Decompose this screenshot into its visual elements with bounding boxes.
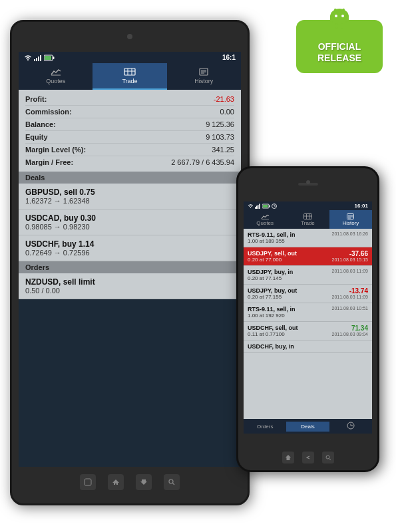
deals-section-header: Deals bbox=[19, 172, 241, 184]
svg-rect-44 bbox=[303, 213, 311, 219]
history-row-1[interactable]: USDJPY, sell, out 0.20 at 77.000 -37.66 … bbox=[244, 247, 372, 266]
phone-search-btn[interactable] bbox=[322, 452, 334, 464]
signal-icon bbox=[34, 55, 42, 61]
svg-rect-14 bbox=[38, 57, 39, 61]
stat-row-balance: Balance: 9 125.36 bbox=[25, 118, 234, 131]
phone-tab-history[interactable]: History bbox=[329, 210, 372, 229]
svg-rect-39 bbox=[269, 205, 270, 207]
history-row-2[interactable]: USDJPY, buy, in 0.20 at 77.145 2011.08.0… bbox=[244, 266, 372, 285]
tablet-screen: 16:1 Quotes bbox=[19, 52, 241, 467]
clock-icon bbox=[347, 422, 355, 430]
svg-rect-13 bbox=[36, 58, 37, 61]
svg-rect-34 bbox=[256, 205, 258, 209]
svg-rect-17 bbox=[45, 56, 51, 60]
tablet-search-btn[interactable] bbox=[164, 474, 180, 490]
phone-bottom-clock[interactable] bbox=[329, 420, 372, 433]
tablet-statusbar: 16:1 bbox=[19, 52, 241, 63]
stat-row-commission: Commission: 0.00 bbox=[25, 106, 234, 118]
history-row-6[interactable]: USDCHF, buy, in bbox=[244, 340, 372, 353]
phone-tab-quotes[interactable]: Quotes bbox=[244, 210, 286, 229]
phone-tabs: Quotes Trade bbox=[244, 210, 372, 229]
tablet-back-btn[interactable] bbox=[80, 474, 96, 490]
stat-row-margin-level: Margin Level (%): 341.25 bbox=[25, 144, 234, 156]
svg-line-57 bbox=[329, 459, 331, 461]
android-icon bbox=[326, 3, 353, 31]
orders-section-header: Orders bbox=[19, 261, 241, 273]
deal-row-gbpusd[interactable]: GBPUSD, sell 0.75 1.62372 → 1.62348 bbox=[19, 184, 241, 209]
tablet-camera bbox=[127, 34, 132, 39]
phone-time: 16:01 bbox=[355, 203, 368, 209]
phone-home-btn[interactable] bbox=[282, 452, 294, 464]
history-row-3[interactable]: USDJPY, buy, out 0.20 at 77.155 -13.74 2… bbox=[244, 285, 372, 303]
svg-rect-8 bbox=[335, 23, 338, 29]
svg-rect-36 bbox=[259, 203, 260, 209]
history-row-4[interactable]: RTS-9.11, sell, in 1.00 at 192 920 2011.… bbox=[244, 303, 372, 322]
tablet-menu-btn[interactable] bbox=[136, 474, 152, 490]
phone-tab-trade[interactable]: Trade bbox=[286, 210, 329, 229]
tablet-home-btn[interactable] bbox=[108, 474, 124, 490]
battery-icon bbox=[44, 55, 55, 61]
tab-history[interactable]: History bbox=[167, 63, 241, 90]
phone-device: 16:01 Quotes bbox=[236, 166, 379, 472]
badge-text: OFFICIAL RELEASE bbox=[317, 41, 361, 64]
phone-bottom-tabs: Orders Deals bbox=[244, 419, 372, 434]
tablet-status-left bbox=[24, 55, 55, 61]
phone-trade-icon bbox=[303, 213, 312, 219]
phone-camera bbox=[306, 180, 310, 184]
tablet-tabs: Quotes Trade bbox=[19, 63, 241, 90]
history-row-5[interactable]: USDCHF, sell, out 0.11 at 0.77100 71.34 … bbox=[244, 322, 372, 340]
official-release-badge: OFFICIAL RELEASE bbox=[296, 7, 383, 93]
tablet-device: 16:1 Quotes bbox=[10, 20, 250, 505]
svg-rect-15 bbox=[40, 55, 41, 61]
svg-rect-35 bbox=[258, 205, 259, 209]
phone-statusbar: 16:01 bbox=[244, 201, 372, 210]
stats-table: Profit: -21.63 Commission: 0.00 Balance:… bbox=[19, 90, 241, 172]
order-row-nzdusd[interactable]: NZDUSD, sell limit 0.50 / 0.00 bbox=[19, 273, 241, 299]
phone-status-left bbox=[248, 203, 277, 209]
stat-row-equity: Equity 9 103.73 bbox=[25, 131, 234, 144]
svg-rect-3 bbox=[331, 14, 347, 23]
deal-row-usdchf[interactable]: USDCHF, buy 1.14 0.72649 → 0.72596 bbox=[19, 235, 241, 261]
phone-quotes-icon bbox=[260, 213, 270, 219]
svg-rect-28 bbox=[85, 479, 91, 485]
svg-rect-12 bbox=[34, 59, 35, 61]
phone-bottom-orders[interactable]: Orders bbox=[244, 422, 286, 432]
svg-rect-33 bbox=[255, 207, 256, 209]
phone-screen: 16:01 Quotes bbox=[244, 201, 372, 434]
svg-marker-55 bbox=[286, 455, 291, 460]
history-row-0[interactable]: RTS-9.11, sell, in 1.00 at 189 355 2011.… bbox=[244, 229, 372, 247]
phone-battery-icon bbox=[262, 203, 270, 209]
phone-back-btn[interactable] bbox=[302, 452, 314, 464]
phone-home-buttons bbox=[282, 452, 334, 464]
deal-row-usdcad[interactable]: USDCAD, buy 0.30 0.98085 → 0.98230 bbox=[19, 209, 241, 235]
svg-rect-6 bbox=[330, 15, 333, 22]
trade-icon bbox=[123, 67, 136, 76]
svg-rect-20 bbox=[124, 68, 135, 75]
svg-marker-30 bbox=[140, 479, 147, 485]
history-icon bbox=[197, 67, 210, 76]
svg-point-5 bbox=[341, 15, 344, 17]
svg-rect-7 bbox=[345, 15, 349, 22]
phone-clock-icon bbox=[272, 203, 277, 209]
wifi-icon bbox=[24, 55, 32, 61]
svg-point-31 bbox=[169, 479, 173, 483]
stat-row-margin-free: Margin / Free: 2 667.79 / 6 435.94 bbox=[25, 156, 234, 168]
svg-rect-9 bbox=[341, 23, 343, 29]
svg-rect-18 bbox=[53, 57, 55, 59]
tablet-home-buttons bbox=[80, 474, 180, 490]
phone-signal-icon bbox=[255, 203, 261, 209]
svg-point-4 bbox=[335, 15, 337, 17]
phone-wifi-icon bbox=[248, 203, 254, 209]
stat-row-profit: Profit: -21.63 bbox=[25, 93, 234, 106]
svg-line-32 bbox=[173, 483, 175, 485]
phone-history-icon bbox=[346, 213, 355, 219]
svg-point-56 bbox=[326, 456, 329, 459]
svg-marker-29 bbox=[112, 479, 119, 485]
tab-trade[interactable]: Trade bbox=[93, 63, 166, 90]
tab-quotes[interactable]: Quotes bbox=[19, 63, 93, 90]
svg-rect-38 bbox=[263, 205, 268, 207]
quotes-icon bbox=[49, 67, 63, 76]
phone-bottom-deals[interactable]: Deals bbox=[286, 422, 329, 432]
phone-history-list: RTS-9.11, sell, in 1.00 at 189 355 2011.… bbox=[244, 229, 372, 434]
tablet-time: 16:1 bbox=[222, 54, 236, 61]
